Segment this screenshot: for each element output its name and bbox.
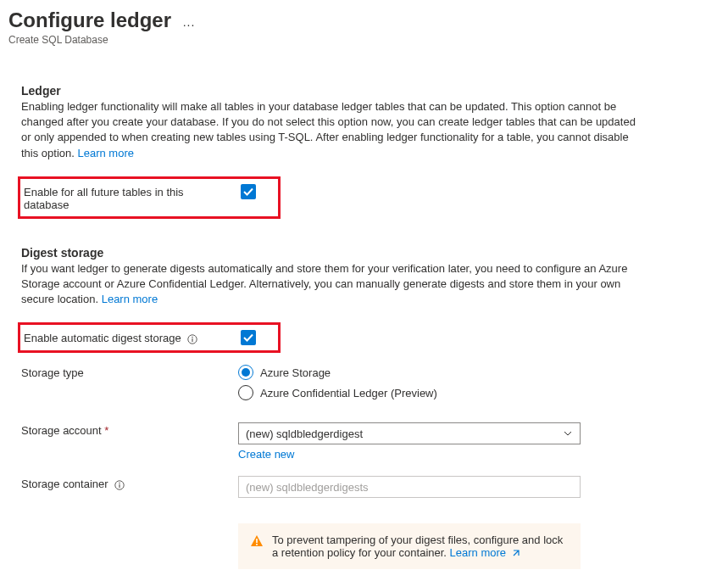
create-new-link[interactable]: Create new [238, 448, 581, 461]
highlight-enable-digest: Enable automatic digest storage [18, 322, 281, 353]
radio-confidential-ledger[interactable]: Azure Confidential Ledger (Preview) [238, 385, 437, 400]
svg-rect-5 [119, 484, 120, 488]
content-area: Ledger Enabling ledger functionality wil… [0, 50, 728, 570]
storage-account-row: Storage account * (new) sqldbledgerdiges… [21, 422, 707, 461]
storage-container-label: Storage container [21, 478, 108, 490]
enable-ledger-checkbox[interactable] [241, 184, 256, 199]
radio-icon-unchecked [238, 385, 253, 400]
warning-box: To prevent tampering of your digest file… [238, 523, 581, 569]
page-title: Configure ledger [8, 8, 171, 32]
digest-heading: Digest storage [21, 246, 707, 260]
page-subtitle: Create SQL Database [8, 34, 720, 46]
warning-text-container: To prevent tampering of your digest file… [272, 534, 569, 559]
info-icon[interactable] [187, 334, 197, 344]
required-indicator: * [104, 424, 108, 437]
enable-ledger-label: Enable for all future tables in this dat… [24, 186, 193, 211]
storage-account-select[interactable]: (new) sqldbledgerdigest [238, 422, 581, 444]
warning-icon [250, 534, 264, 550]
storage-container-input: (new) sqldbledgerdigests [238, 476, 581, 498]
svg-point-7 [256, 544, 258, 545]
storage-container-row: Storage container (new) sqldbledgerdiges… [21, 476, 707, 498]
radio-confidential-label: Azure Confidential Ledger (Preview) [260, 387, 437, 400]
ledger-heading: Ledger [21, 84, 707, 98]
more-icon[interactable]: ··· [183, 18, 196, 31]
highlight-enable-ledger: Enable for all future tables in this dat… [18, 176, 281, 219]
external-link-icon [511, 550, 520, 558]
storage-account-label: Storage account [21, 424, 102, 437]
radio-azure-storage[interactable]: Azure Storage [238, 365, 437, 380]
svg-rect-6 [256, 539, 258, 543]
digest-description: If you want ledger to generate digests a… [21, 261, 648, 308]
info-icon[interactable] [114, 480, 125, 490]
svg-rect-2 [192, 338, 193, 342]
storage-type-row: Storage type Azure Storage Azure Confide… [21, 365, 707, 405]
storage-type-label: Storage type [21, 366, 84, 379]
warning-learn-more-text: Learn more [450, 546, 506, 559]
svg-point-1 [192, 337, 194, 338]
storage-account-value: (new) sqldbledgerdigest [246, 428, 363, 440]
enable-digest-label: Enable automatic digest storage [24, 332, 181, 344]
radio-azure-storage-label: Azure Storage [260, 366, 331, 379]
storage-container-placeholder: (new) sqldbledgerdigests [246, 481, 369, 494]
warning-learn-more-link[interactable]: Learn more [450, 546, 520, 559]
radio-icon-checked [238, 365, 253, 380]
digest-learn-more-link[interactable]: Learn more [102, 293, 158, 305]
page-header: Configure ledger ··· Create SQL Database [0, 0, 728, 50]
svg-point-4 [119, 483, 120, 484]
enable-digest-checkbox[interactable] [241, 330, 256, 345]
ledger-learn-more-link[interactable]: Learn more [78, 147, 134, 159]
ledger-description: Enabling ledger functionality will make … [21, 99, 648, 161]
chevron-down-icon [563, 428, 573, 439]
warning-text: To prevent tampering of your digest file… [272, 534, 563, 559]
